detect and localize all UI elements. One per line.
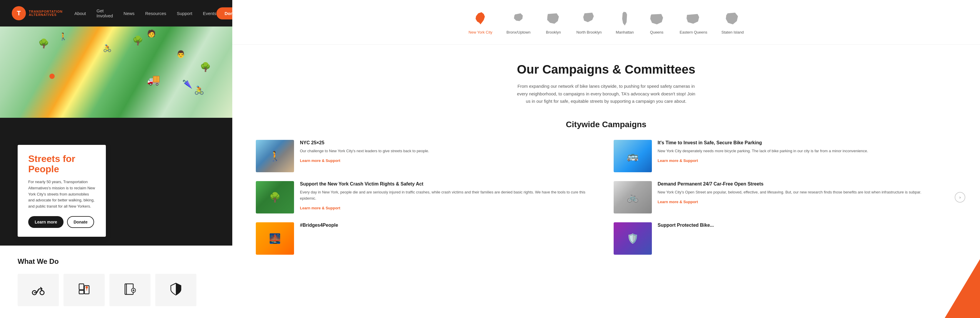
campaign-title-crash: Support the New York Crash Victim Rights… bbox=[300, 181, 599, 187]
borough-eastern-queens[interactable]: Eastern Queens bbox=[673, 7, 714, 37]
citywide-heading: Citywide Campaigns bbox=[256, 120, 956, 129]
icon-card-map[interactable] bbox=[64, 274, 105, 306]
nav-resources[interactable]: Resources bbox=[145, 11, 166, 16]
right-panel: New York City Bronx/Uptown Brooklyn bbox=[232, 0, 980, 318]
borough-bronx[interactable]: Bronx/Uptown bbox=[500, 7, 538, 37]
staten-island-map-icon bbox=[724, 10, 741, 28]
icon-grid bbox=[18, 274, 215, 306]
campaign-link-nyc25[interactable]: Learn more & Support bbox=[300, 158, 340, 163]
icon-card-book[interactable] bbox=[110, 274, 151, 306]
campaign-content-crash: Support the New York Crash Victim Rights… bbox=[300, 181, 599, 211]
borough-nav: New York City Bronx/Uptown Brooklyn bbox=[232, 0, 980, 45]
campaign-link-bike-parking[interactable]: Learn more & Support bbox=[658, 158, 698, 163]
campaign-card-bridges: #Bridges4People bbox=[256, 222, 599, 255]
nav-get-involved[interactable]: Get Involved bbox=[97, 8, 113, 18]
deco-tree-3: 🌳 bbox=[200, 62, 211, 72]
campaign-content-nyc25: NYC 25×25 Our challenge to New York City… bbox=[300, 140, 599, 163]
svg-point-5 bbox=[86, 286, 88, 289]
campaign-card-nyc25: NYC 25×25 Our challenge to New York City… bbox=[256, 140, 599, 172]
borough-nyc[interactable]: New York City bbox=[461, 7, 500, 37]
borough-north-brooklyn[interactable]: North Brooklyn bbox=[569, 7, 609, 37]
queens-map-icon bbox=[648, 10, 666, 28]
borough-staten-island-label: Staten Island bbox=[722, 30, 744, 34]
scooter-icon bbox=[31, 281, 46, 299]
hero-donate-button[interactable]: Donate bbox=[67, 216, 94, 228]
campaign-desc-nyc25: Our challenge to New York City's next le… bbox=[300, 148, 599, 154]
brooklyn-map-icon bbox=[544, 10, 562, 28]
logo[interactable]: T TRANSPORTATION ALTERNATIVES bbox=[12, 6, 63, 20]
svg-rect-4 bbox=[79, 290, 84, 294]
borough-north-brooklyn-label: North Brooklyn bbox=[576, 30, 601, 34]
campaign-card-crash: Support the New York Crash Victim Rights… bbox=[256, 181, 599, 214]
icon-card-shield[interactable] bbox=[155, 274, 196, 306]
borough-manhattan[interactable]: Manhattan bbox=[609, 7, 641, 37]
accent-dot bbox=[49, 74, 55, 79]
hero-description: For nearly 50 years, Transportation Alte… bbox=[28, 179, 95, 209]
nav-links: About Get Involved News Resources Suppor… bbox=[75, 8, 216, 18]
campaign-card-open-streets: Demand Permanent 24/7 Car-Free Open Stre… bbox=[614, 181, 957, 214]
svg-rect-2 bbox=[79, 284, 84, 290]
nav-about[interactable]: About bbox=[75, 11, 86, 16]
navbar: T TRANSPORTATION ALTERNATIVES About Get … bbox=[0, 0, 232, 27]
campaign-content-protected: Support Protected Bike... bbox=[658, 222, 957, 232]
deco-person-1: 🚶 bbox=[59, 32, 68, 41]
hero-card: Streets for People For nearly 50 years, … bbox=[18, 145, 106, 237]
logo-icon: T bbox=[12, 6, 26, 20]
borough-queens[interactable]: Queens bbox=[641, 7, 673, 37]
deco-person-6: 🚴 bbox=[194, 85, 204, 95]
what-we-do-section: What We Do bbox=[0, 246, 232, 318]
campaign-title-protected: Support Protected Bike... bbox=[658, 222, 957, 229]
campaign-link-crash[interactable]: Learn more & Support bbox=[300, 206, 340, 210]
borough-manhattan-label: Manhattan bbox=[616, 30, 634, 34]
campaign-card-protected: Support Protected Bike... bbox=[614, 222, 957, 255]
borough-eastern-queens-label: Eastern Queens bbox=[680, 30, 708, 34]
left-panel: T TRANSPORTATION ALTERNATIVES About Get … bbox=[0, 0, 232, 318]
deco-person-2: 🚴 bbox=[103, 44, 112, 53]
campaign-content-open-streets: Demand Permanent 24/7 Car-Free Open Stre… bbox=[658, 181, 957, 205]
hero-buttons: Learn more Donate bbox=[28, 216, 95, 228]
campaign-title-bridges: #Bridges4People bbox=[300, 222, 599, 229]
icon-card-scooter[interactable] bbox=[18, 274, 59, 306]
campaign-thumb-bridges bbox=[256, 222, 294, 255]
campaign-content-bike-parking: It's Time to Invest in Safe, Secure Bike… bbox=[658, 140, 957, 163]
campaign-desc-crash: Every day in New York, people die and ar… bbox=[300, 189, 599, 202]
borough-brooklyn[interactable]: Brooklyn bbox=[538, 7, 569, 37]
borough-queens-label: Queens bbox=[650, 30, 663, 34]
nav-events[interactable]: Events bbox=[203, 11, 216, 16]
next-arrow-button[interactable]: › bbox=[955, 192, 965, 203]
campaign-grid: NYC 25×25 Our challenge to New York City… bbox=[256, 140, 956, 255]
deco-tree-2: 🌳 bbox=[132, 35, 143, 46]
campaigns-section: Our Campaigns & Committees From expandin… bbox=[232, 45, 980, 267]
campaign-desc-bike-parking: New York City desperately needs more bic… bbox=[658, 148, 957, 154]
campaign-desc-open-streets: New York City's Open Street are popular,… bbox=[658, 189, 957, 195]
borough-bronx-label: Bronx/Uptown bbox=[507, 30, 531, 34]
nav-news[interactable]: News bbox=[124, 11, 135, 16]
manhattan-map-icon bbox=[616, 10, 634, 28]
map-pin-icon bbox=[77, 281, 91, 299]
borough-nyc-label: New York City bbox=[469, 30, 493, 34]
eastern-queens-map-icon bbox=[685, 10, 702, 28]
nav-support[interactable]: Support bbox=[177, 11, 192, 16]
deco-person-3: 🧑 bbox=[147, 29, 156, 38]
deco-tree-1: 🌳 bbox=[38, 38, 49, 49]
campaign-title-bike-parking: It's Time to Invest in Safe, Secure Bike… bbox=[658, 140, 957, 146]
hero-title: Streets for People bbox=[28, 154, 95, 174]
north-brooklyn-map-icon bbox=[580, 10, 598, 28]
borough-staten-island[interactable]: Staten Island bbox=[714, 7, 751, 37]
hero-learn-more-button[interactable]: Learn more bbox=[28, 216, 64, 228]
what-we-do-title: What We Do bbox=[18, 257, 215, 265]
campaigns-description: From expanding our network of bike lanes… bbox=[515, 82, 697, 105]
campaign-content-bridges: #Bridges4People bbox=[300, 222, 599, 232]
deco-person-4: 👨 bbox=[177, 50, 185, 58]
campaign-link-open-streets[interactable]: Learn more & Support bbox=[658, 200, 698, 204]
campaign-title-nyc25: NYC 25×25 bbox=[300, 140, 599, 146]
campaign-thumb-protected bbox=[614, 222, 652, 255]
campaign-thumb-nyc25 bbox=[256, 140, 294, 172]
campaign-thumb-crash bbox=[256, 181, 294, 214]
campaign-title-open-streets: Demand Permanent 24/7 Car-Free Open Stre… bbox=[658, 181, 957, 187]
nyc-map-icon bbox=[472, 10, 489, 28]
hero-section: 🚶 🚴 🧑 👨 🚚 🌳 🌳 🌳 🌂 🚴 Streets for People F… bbox=[0, 27, 232, 246]
borough-brooklyn-label: Brooklyn bbox=[546, 30, 561, 34]
deco-truck: 🚚 bbox=[147, 74, 160, 86]
campaign-card-bike-parking: It's Time to Invest in Safe, Secure Bike… bbox=[614, 140, 957, 172]
